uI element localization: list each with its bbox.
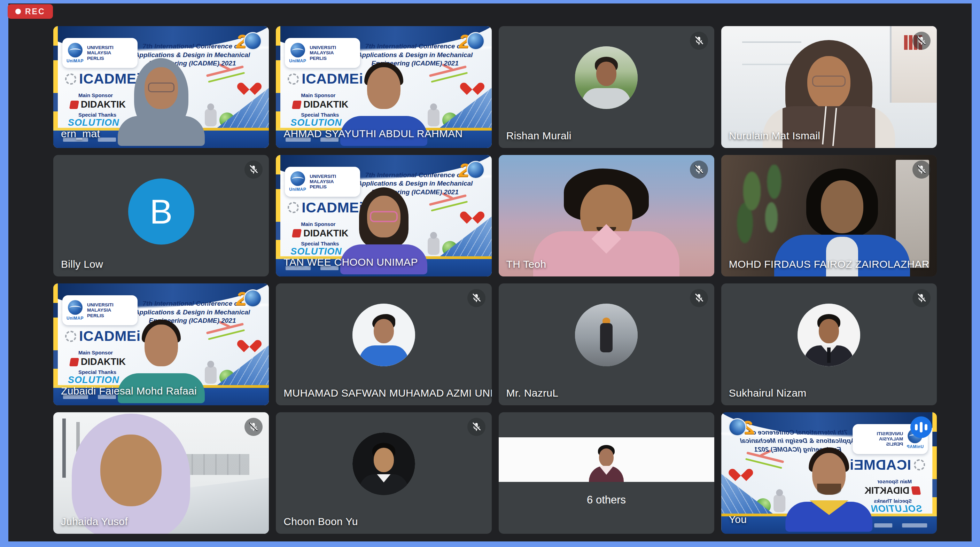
unimap-label: UniMAP [289,187,306,192]
participant-tile[interactable]: TH Teoh [499,155,714,277]
participant-tile[interactable]: MUHAMAD SAFWAN MUHAMAD AZMI UNIMAP [276,283,492,405]
participant-name-label: Billy Low [61,258,103,270]
participant-name-label: Sukhairul Nizam [729,387,807,399]
participant-name-label: You [729,514,747,525]
mic-muted-icon [245,418,262,436]
participant-silhouette [116,58,207,146]
avatar [605,437,650,482]
unimap-label: UniMAP [67,59,84,64]
mic-muted-icon [467,289,485,307]
mic-muted-icon [245,161,262,179]
robot-doodle-icon [428,237,439,255]
unimap-label: UniMAP [67,316,84,321]
anniversary-logo: 2 [459,159,484,181]
unimap-globe-wrap: UniMAP [289,171,306,192]
unimap-label: UniMAP [907,444,924,449]
participant-tile[interactable]: Sukhairul Nizam [721,283,937,405]
heart-doodle-icon [733,464,748,478]
participant-name-label: Choon Boon Yu [283,516,358,528]
participant-name-label: TH Teoh [506,258,546,270]
anniversary-globe-icon [244,32,262,50]
participant-name-label: Rishan Murali [506,130,571,142]
heart-doodle-icon [242,78,257,92]
didaktik-mark-icon [69,101,79,109]
anniversary-logo: 2 [459,30,484,52]
solar-panel-doodle-icon [209,88,269,130]
mic-muted-icon [690,161,708,179]
main-sponsor-label: Main Sponsor [301,92,336,98]
solution-logo: SOLUTION [68,375,119,385]
participant-tile[interactable]: UniMAP UNIVERSITI MALAYSIA PERLIS ICADME… [276,26,492,148]
anniversary-logo: 2 [728,417,754,438]
participant-tile[interactable]: UniMAP UNIVERSITI MALAYSIA PERLIS ICADME… [721,412,937,534]
mic-muted-icon [467,418,485,436]
unimap-globe-icon [68,300,83,315]
participant-name-label: ern_mat [61,128,100,140]
solar-panel-doodle-icon [432,216,492,259]
mic-muted-icon [912,32,931,50]
mic-muted-icon [912,289,931,307]
heart-doodle-icon [242,335,257,349]
didaktik-mark-icon [292,229,302,237]
didaktik-mark-icon [69,358,79,366]
participant-name-label: AHMAD SYAYUTHI ABDUL RAHMAN [283,128,463,140]
special-thanks-label: Special Thanks [301,241,339,246]
participant-silhouette [537,169,676,277]
special-thanks-label: Special Thanks [874,498,912,504]
anniversary-logo: 2 [236,30,262,52]
special-thanks-label: Special Thanks [78,369,116,375]
participant-tile[interactable]: Choon Boon Yu [276,412,492,534]
participant-tile[interactable]: Mr. NazruL [499,283,714,405]
mic-muted-icon [912,161,931,179]
heart-doodle-icon [465,207,480,220]
unimap-label: UniMAP [289,59,306,64]
robot-doodle-icon [428,109,439,126]
avatar [352,433,415,495]
anniversary-logo: 2 [236,288,262,309]
anniversary-globe-icon [728,418,746,436]
avatar-letter: B [150,192,172,231]
solution-logo: SOLUTION [290,246,342,257]
participant-tile[interactable]: Nurulain Mat Ismail [721,26,937,148]
participant-tile[interactable]: UniMAP UNIVERSITI MALAYSIA PERLIS ICADME… [53,283,269,405]
participant-name-label: MUHAMAD SAFWAN MUHAMAD AZMI UNIMAP [283,387,492,399]
avatar [575,304,638,366]
robot-doodle-icon [205,366,216,384]
solar-panel-doodle-icon [209,345,269,388]
unimap-globe-wrap: UniMAP [67,43,84,64]
avatar [575,46,638,109]
participant-tile[interactable]: Juhaida Yusof [53,412,269,534]
participant-grid: UniMAP UNIVERSITI MALAYSIA PERLIS ICADME… [8,3,972,541]
participant-tile[interactable]: Rishan Murali [499,26,714,148]
anniversary-globe-icon [467,161,485,179]
solar-panel-doodle-icon [432,88,492,130]
anniversary-globe-icon [244,289,262,307]
participant-tile[interactable]: 6 others [499,412,714,534]
others-avatars [499,437,714,482]
mic-muted-icon [690,32,708,50]
didaktik-mark-icon [911,487,921,495]
unimap-globe-icon [68,43,83,57]
special-thanks-label: Special Thanks [301,112,339,118]
meeting-window: UniMAP UNIVERSITI MALAYSIA PERLIS ICADME… [8,3,972,541]
unimap-globe-icon [290,171,305,186]
participant-tile[interactable]: UniMAP UNIVERSITI MALAYSIA PERLIS ICADME… [53,26,269,148]
didaktik-mark-icon [292,101,302,109]
participant-tile[interactable]: UniMAP UNIVERSITI MALAYSIA PERLIS ICADME… [276,155,492,277]
solution-logo: SOLUTION [68,117,119,128]
participant-name-label: 6 others [499,494,714,506]
solution-logo: SOLUTION [871,504,923,514]
anniversary-globe-icon [467,32,485,50]
main-sponsor-label: Main Sponsor [78,350,113,356]
participant-name-label: Nurulain Mat Ismail [729,130,820,142]
main-sponsor-label: Main Sponsor [877,479,912,484]
mic-muted-icon [690,289,708,307]
heart-doodle-icon [465,78,480,92]
participant-name-label: Juhaida Yusof [61,516,128,528]
participant-tile[interactable]: MOHD FIRDAUS FAIROZ ZAIROLAZHAR [721,155,937,277]
conference-virtual-background: UniMAP UNIVERSITI MALAYSIA PERLIS ICADME… [721,412,937,534]
participant-tile[interactable]: BBilly Low [53,155,269,277]
recording-badge: REC [8,4,53,19]
participant-name-label: TAN WEE CHOON UNIMAP [283,256,418,268]
solution-logo: SOLUTION [290,117,342,128]
